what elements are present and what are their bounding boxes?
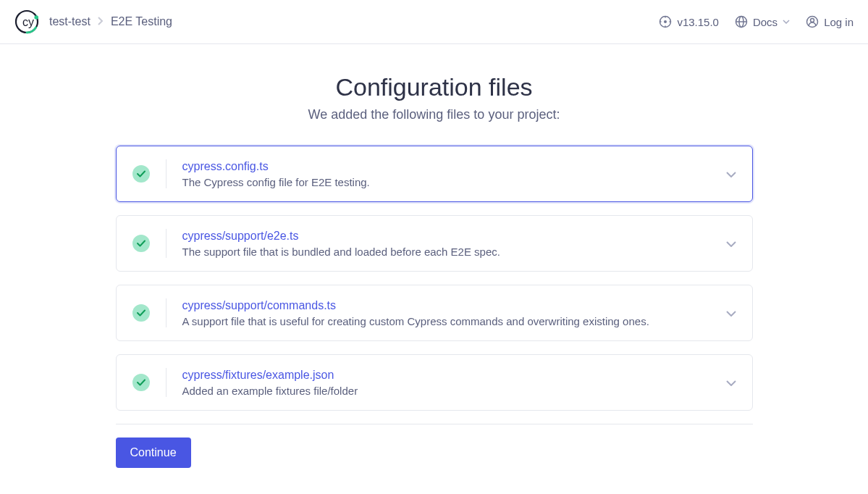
file-name: cypress.config.ts — [182, 160, 726, 173]
file-description: A support file that is useful for creati… — [182, 315, 726, 327]
file-name: cypress/support/commands.ts — [182, 299, 726, 312]
divider — [166, 159, 167, 188]
check-icon — [132, 304, 150, 322]
divider — [166, 298, 167, 327]
breadcrumb: test-test E2E Testing — [49, 15, 172, 28]
check-icon — [132, 374, 150, 391]
config-file-card[interactable]: cypress/support/e2e.ts The support file … — [116, 215, 753, 272]
card-body: cypress.config.ts The Cypress config fil… — [182, 160, 726, 188]
check-icon — [132, 235, 150, 252]
continue-button[interactable]: Continue — [116, 438, 191, 468]
header-left: cy test-test E2E Testing — [14, 9, 172, 34]
globe-icon — [735, 15, 748, 28]
chevron-right-icon — [98, 15, 104, 28]
svg-point-1 — [34, 15, 38, 20]
version-text: v13.15.0 — [677, 16, 719, 28]
config-file-card[interactable]: cypress/fixtures/example.json Added an e… — [116, 354, 753, 411]
user-icon — [806, 15, 819, 28]
docs-text: Docs — [753, 16, 778, 28]
version-indicator[interactable]: v13.15.0 — [659, 15, 719, 28]
file-description: The support file that is bundled and loa… — [182, 246, 726, 258]
chevron-down-icon — [726, 306, 736, 319]
header-right: v13.15.0 Docs Log in — [659, 15, 854, 28]
divider — [166, 229, 167, 258]
breadcrumb-section[interactable]: E2E Testing — [111, 15, 172, 28]
page-title: Configuration files — [335, 73, 532, 101]
compass-icon — [659, 15, 672, 28]
file-name: cypress/fixtures/example.json — [182, 369, 726, 382]
config-file-card[interactable]: cypress/support/commands.ts A support fi… — [116, 285, 753, 341]
section-divider — [116, 424, 753, 424]
chevron-down-icon — [726, 167, 736, 180]
file-list: cypress.config.ts The Cypress config fil… — [116, 146, 753, 424]
docs-link[interactable]: Docs — [735, 15, 790, 28]
cypress-logo-icon: cy — [14, 9, 39, 34]
svg-text:cy: cy — [22, 16, 34, 28]
check-icon — [132, 165, 150, 183]
breadcrumb-project[interactable]: test-test — [49, 15, 90, 28]
svg-point-4 — [664, 20, 667, 23]
page-subtitle: We added the following files to your pro… — [308, 107, 560, 122]
main-content: Configuration files We added the followi… — [0, 44, 868, 468]
file-description: Added an example fixtures file/folder — [182, 385, 726, 397]
footer-actions: Continue — [116, 438, 753, 468]
divider — [166, 368, 167, 397]
file-name: cypress/support/e2e.ts — [182, 230, 726, 243]
app-header: cy test-test E2E Testing v13.15.0 Docs — [0, 0, 868, 44]
chevron-down-icon — [726, 376, 736, 389]
card-body: cypress/fixtures/example.json Added an e… — [182, 369, 726, 397]
card-body: cypress/support/commands.ts A support fi… — [182, 299, 726, 327]
svg-point-9 — [811, 19, 814, 22]
chevron-down-icon — [783, 20, 790, 24]
chevron-down-icon — [726, 237, 736, 250]
login-link[interactable]: Log in — [806, 15, 854, 28]
file-description: The Cypress config file for E2E testing. — [182, 176, 726, 188]
config-file-card[interactable]: cypress.config.ts The Cypress config fil… — [116, 146, 753, 202]
card-body: cypress/support/e2e.ts The support file … — [182, 230, 726, 258]
login-text: Log in — [824, 16, 854, 28]
